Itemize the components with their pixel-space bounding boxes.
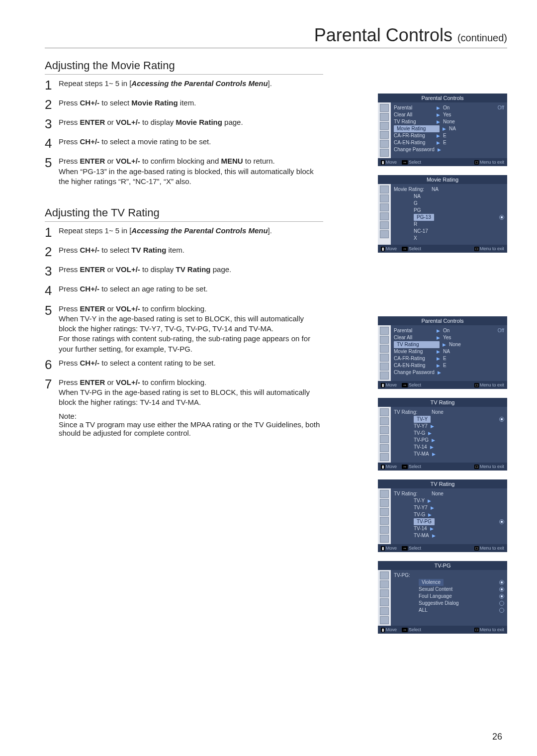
osd-row[interactable]: Change Password ▶ <box>394 369 504 376</box>
osd-option[interactable]: TV-PG ▶ <box>394 437 504 444</box>
step-number: 4 <box>45 135 59 152</box>
step: 7 Press ENTER or VOL+/- to confirm block… <box>45 378 323 408</box>
osd-row[interactable]: CA-EN-Rating ▶ E <box>394 362 504 369</box>
arrow-icon: ▶ <box>437 104 440 111</box>
osd-option[interactable]: TV-14 ▶ <box>394 525 504 532</box>
step-text: Press ENTER or VOL+/- to confirm blockin… <box>59 156 323 187</box>
osd-option-label: TV-14 <box>414 444 427 451</box>
osd-option[interactable]: PG-13 <box>394 214 504 221</box>
osd-row[interactable]: TV Rating ▶ None <box>394 341 504 348</box>
osd-row-label: CA-EN-Rating <box>394 139 434 146</box>
arrow-icon: ▶ <box>437 362 440 369</box>
osd-movie-rating: Movie Rating Movie Rating: NA NA G PG PG… <box>378 175 507 253</box>
step: 4 Press CH+/- to select an age rating to… <box>45 284 323 299</box>
osd-title: Parental Controls <box>378 94 507 102</box>
osd-row[interactable]: CA-FR-Rating ▶ E <box>394 132 504 139</box>
osd-footer: ▮Move ↔Select □Menu to exit <box>378 626 507 634</box>
step-text: Press CH+/- to select a movie rating to … <box>59 137 323 152</box>
osd-row[interactable]: Movie Rating ▶ NA <box>394 348 504 355</box>
osd-row[interactable]: CA-EN-Rating ▶ E <box>394 139 504 146</box>
osd-row[interactable]: TV Rating ▶ None <box>394 118 504 125</box>
step: 6 Press CH+/- to select a content rating… <box>45 358 323 374</box>
step-number: 3 <box>45 263 59 280</box>
radio-icon <box>499 580 504 585</box>
osd-option[interactable]: PG <box>394 207 504 214</box>
osd-row[interactable]: CA-FR-Rating ▶ E <box>394 355 504 362</box>
osd-option[interactable]: G <box>394 200 504 207</box>
arrow-icon: ▶ <box>432 437 435 444</box>
osd-option[interactable]: TV-Y ▶ <box>394 497 504 504</box>
osd-sub-option[interactable]: Suggestive Dialog <box>394 600 504 607</box>
osd-row-value: E <box>443 355 447 362</box>
osd-sub-option[interactable]: Sexual Content <box>394 586 504 593</box>
osd-row[interactable]: Change Password ▶ <box>394 146 504 153</box>
osd-icon <box>380 113 389 121</box>
step-number: 5 <box>45 154 59 187</box>
osd-row[interactable]: Clear All ▶ Yes <box>394 111 504 118</box>
radio-icon <box>499 587 504 592</box>
osd-option[interactable]: TV-14 ▶ <box>394 444 504 451</box>
osd-icon <box>380 499 389 507</box>
osd-option[interactable]: TV-G ▶ <box>394 430 504 437</box>
osd-icon <box>380 490 389 498</box>
step-text: Repeat steps 1~ 5 in [Accessing the Pare… <box>59 79 323 94</box>
osd-row-value: Yes <box>443 111 451 118</box>
page-title-main: Parental Controls <box>314 25 452 45</box>
osd-row-value: None <box>443 118 455 125</box>
osd-option[interactable]: TV-G ▶ <box>394 511 504 518</box>
osd-row-label: CA-EN-Rating <box>394 362 434 369</box>
osd-footer: ▮Move ↔Select □Menu to exit <box>378 158 507 166</box>
osd-row-label: Movie Rating <box>394 348 434 355</box>
osd-row[interactable]: Clear All ▶ Yes <box>394 334 504 341</box>
osd-footer: ▮Move ↔Select □Menu to exit <box>378 544 507 552</box>
osd-row-label: Clear All <box>394 111 434 118</box>
osd-icon <box>380 435 389 443</box>
osd-sub-option[interactable]: Foul Language <box>394 593 504 600</box>
step-text: Press ENTER or VOL+/- to display Movie R… <box>59 117 323 133</box>
osd-row[interactable]: Movie Rating ▶ NA <box>394 125 504 132</box>
osd-icon-strip <box>378 325 391 381</box>
osd-icon <box>380 417 389 425</box>
osd-option[interactable]: TV-MA ▶ <box>394 532 504 539</box>
step-text: Press ENTER or VOL+/- to confirm blockin… <box>59 304 323 354</box>
step: 1 Repeat steps 1~ 5 in [Accessing the Pa… <box>45 226 323 241</box>
radio-icon <box>499 608 504 613</box>
osd-option-label: TV-Y7 <box>414 504 428 511</box>
step: 2 Press CH+/- to select TV Rating item. <box>45 245 323 261</box>
osd-option[interactable]: TV-Y7 ▶ <box>394 423 504 430</box>
osd-option-label: TV-Y <box>414 416 431 423</box>
osd-option[interactable]: NC-17 <box>394 228 504 235</box>
osd-icon-strip <box>378 184 391 245</box>
radio-icon <box>499 215 504 220</box>
osd-option-label: TV-PG <box>414 437 429 444</box>
osd-icon <box>380 212 389 220</box>
osd-option[interactable]: TV-MA ▶ <box>394 451 504 458</box>
step-text: Press ENTER or VOL+/- to confirm blockin… <box>59 378 323 408</box>
osd-sub-label: ALL <box>419 607 428 614</box>
osd-row[interactable]: Parental ▶ On Off <box>394 327 504 334</box>
osd-option-label: G <box>414 200 418 207</box>
note-text: Since a TV program may use either the MP… <box>59 420 337 437</box>
osd-row-extra: Off <box>498 327 504 334</box>
osd-icon <box>380 230 389 238</box>
osd-option[interactable]: X <box>394 235 504 242</box>
osd-row-value: On <box>443 327 449 334</box>
osd-option[interactable]: TV-PG <box>394 518 504 525</box>
osd-option-label: NA <box>414 193 421 200</box>
osd-sub-option[interactable]: Violence <box>394 579 504 586</box>
osd-title: TV Rating <box>378 398 507 407</box>
osd-option-label: TV-Y <box>414 497 425 504</box>
osd-option[interactable]: R <box>394 221 504 228</box>
osd-option[interactable]: NA <box>394 193 504 200</box>
osd-icon <box>380 372 389 379</box>
osd-row[interactable]: Parental ▶ On Off <box>394 104 504 111</box>
osd-caption-row: TV-PG: <box>394 572 504 579</box>
osd-sub-option[interactable]: ALL <box>394 607 504 614</box>
page-number: 26 <box>492 732 502 742</box>
osd-option[interactable]: TV-Y <box>394 416 504 423</box>
osd-icon <box>380 607 389 615</box>
osd-icon <box>380 363 389 371</box>
osd-option[interactable]: TV-Y7 ▶ <box>394 504 504 511</box>
arrow-icon: ▶ <box>430 444 434 451</box>
osd-icon <box>380 203 389 211</box>
